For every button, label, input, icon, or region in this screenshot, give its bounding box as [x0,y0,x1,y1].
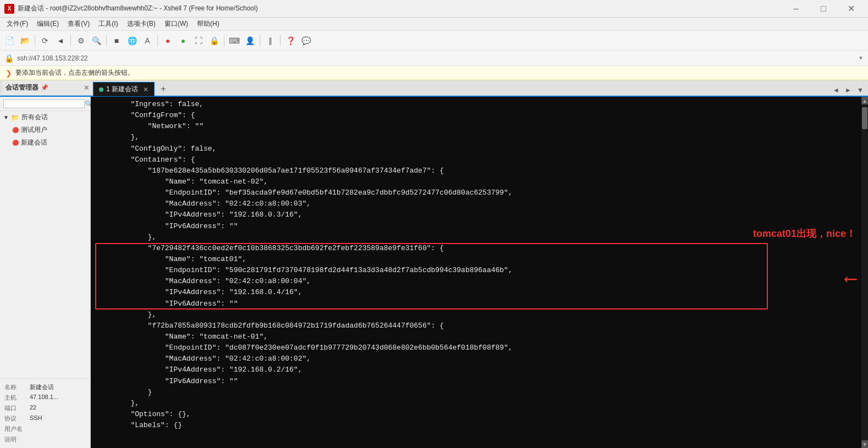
address-bar: 🔒 ssh://47.108.153.228:22 ▼ [0,51,868,66]
prop-value-port: 22 [30,404,36,412]
search-button[interactable]: 🔍 [89,34,103,48]
terminal-line: "IPv6Address": "" [96,221,856,232]
tree-item-test-user[interactable]: 🔴 测试用户 [0,124,90,136]
terminal-line: "EndpointID": "dc087f0e230ee07adcf0f1b97… [96,342,856,353]
prop-label-username: 用户名 [4,425,26,433]
terminal-line: "ConfigFrom": { [96,110,856,121]
prop-label-description: 说明 [4,435,26,444]
back-button[interactable]: ◄ [53,34,68,48]
folder-icon: 📁 [11,114,19,121]
prop-protocol: 协议 SSH [4,413,86,424]
prop-label-protocol: 协议 [4,414,26,423]
font-button[interactable]: A [140,34,155,48]
menu-view[interactable]: 查看(V) [63,18,94,30]
title-bar: X 新建会话 - root@iZ2vc28obhvfham8wewhh0Z:~ … [0,0,868,18]
settings-button[interactable]: ⚙ [74,34,88,48]
minimize-button[interactable]: – [783,0,809,18]
session-tree: ▼ 📁 所有会话 🔴 测试用户 🔴 新建会话 [0,111,90,149]
keyboard-button[interactable]: ⌨ [227,34,241,48]
tab-menu-button[interactable]: ▼ [855,85,866,96]
app-icon: X [4,4,14,14]
split-button[interactable]: ∥ [263,34,277,48]
terminal-line: "Options": {}, [96,409,856,420]
info-text: 要添加当前会话，点击左侧的箭头按钮。 [15,68,134,78]
session-icon-2: 🔴 [12,140,19,146]
session-icon-1: 🔴 [12,127,19,133]
lock-button[interactable]: 🔒 [207,34,221,48]
prop-host: 主机 47.108.1... [4,392,86,403]
terminal-line: }, [96,132,856,143]
prop-value-name: 新建会话 [30,383,54,391]
terminal-line: "MacAddress": "02:42:c0:a8:00:02", [96,353,856,364]
prop-port: 端口 22 [4,403,86,413]
new-session-button[interactable]: 📄 [2,34,17,48]
help-button[interactable]: ❓ [283,34,298,48]
toolbar-separator-6 [260,35,260,47]
address-dropdown-icon[interactable]: ▼ [858,55,864,61]
menu-file[interactable]: 文件(F) [2,18,32,30]
prop-name: 名称 新建会话 [4,382,86,392]
terminal-line: }, [96,398,856,409]
tree-item-all-sessions[interactable]: ▼ 📁 所有会话 [0,111,90,124]
menu-window[interactable]: 窗口(W) [160,18,193,30]
terminal-button[interactable]: ■ [109,34,124,48]
terminal-content[interactable]: "Ingress": false, "ConfigFrom": { "Netwo… [91,97,861,448]
menu-help[interactable]: 帮助(H) [193,18,224,30]
search-input[interactable] [3,99,85,108]
terminal-lines: "Ingress": false, "ConfigFrom": { "Netwo… [96,99,856,431]
tab-next-button[interactable]: ► [843,85,854,96]
terminal-line: "Name": "tomcat-net-02", [96,176,856,187]
terminal-area[interactable]: "Ingress": false, "ConfigFrom": { "Netwo… [91,97,868,448]
info-bar: ❯ 要添加当前会话，点击左侧的箭头按钮。 [0,66,868,80]
menu-tab[interactable]: 选项卡(B) [123,18,160,30]
chat-button[interactable]: 💬 [299,34,313,48]
scrollbar[interactable]: ▲ ▼ [861,97,868,448]
tree-item-new-session[interactable]: 🔴 新建会话 [0,136,90,149]
scroll-down-button[interactable]: ▼ [861,440,868,448]
prop-description: 说明 [4,434,86,445]
window-controls: – □ ✕ [783,0,864,18]
open-button[interactable]: 📂 [18,34,32,48]
toolbar-separator-4 [157,35,158,47]
toolbar-separator-2 [70,35,71,47]
tab-status-dot [99,87,103,92]
session-manager-header: 会话管理器 📌 ✕ [2,80,93,96]
prop-value-host: 47.108.1... [30,394,58,402]
tab-close-icon[interactable]: ✕ [143,86,149,93]
toolbar-separator-7 [280,35,281,47]
scroll-thumb[interactable] [862,107,867,129]
terminal-line: "Ingress": false, [96,99,856,110]
scroll-up-button[interactable]: ▲ [861,97,868,104]
terminal-line: "Name": "tomcat01", [96,254,856,265]
session-manager-close-icon[interactable]: ✕ [84,84,89,92]
terminal-line: "187be628e435a5bb630330206d05a7ae171f055… [96,165,856,176]
sidebar: 🔍 ▼ 📁 所有会话 🔴 测试用户 🔴 新建会话 名称 新建会话 [0,97,91,448]
profile-button[interactable]: 👤 [243,34,257,48]
tab-new-session[interactable]: 1 新建会话 ✕ [93,82,155,96]
green-button[interactable]: ● [176,34,190,48]
menu-bar: 文件(F) 编辑(E) 查看(V) 工具(I) 选项卡(B) 窗口(W) 帮助(… [0,18,868,31]
toolbar-separator-1 [35,35,35,47]
pin-icon[interactable]: 📌 [41,84,48,91]
menu-tools[interactable]: 工具(I) [94,18,122,30]
info-arrow-icon: ❯ [6,69,12,78]
refresh-button[interactable]: ⟳ [38,34,52,48]
red-dot-button[interactable]: ● [161,34,175,48]
tab-label: 1 新建会话 [106,85,138,94]
resize-button[interactable]: ⛶ [191,34,206,48]
address-text[interactable]: ssh://47.108.153.228:22 [17,54,855,62]
add-tab-button[interactable]: + [157,82,170,96]
close-button[interactable]: ✕ [838,0,864,18]
maximize-button[interactable]: □ [811,0,836,18]
toolbar-separator-3 [106,35,107,47]
menu-edit[interactable]: 编辑(E) [32,18,63,30]
terminal-line: "7e729482f436cc0ed2ef0c10b3868325c3bdb69… [96,243,856,254]
prop-label-name: 名称 [4,383,26,391]
globe-button[interactable]: 🌐 [125,34,139,48]
window-title: 新建会话 - root@iZ2vc28obhvfham8wewhh0Z:~ - … [18,4,783,13]
search-bar: 🔍 [0,97,90,111]
terminal-line: "Containers": { [96,154,856,165]
terminal-line: "MacAddress": "02:42:c0:a8:00:04", [96,276,856,287]
tab-prev-button[interactable]: ◄ [831,85,842,96]
tree-label-new: 新建会话 [21,138,47,147]
